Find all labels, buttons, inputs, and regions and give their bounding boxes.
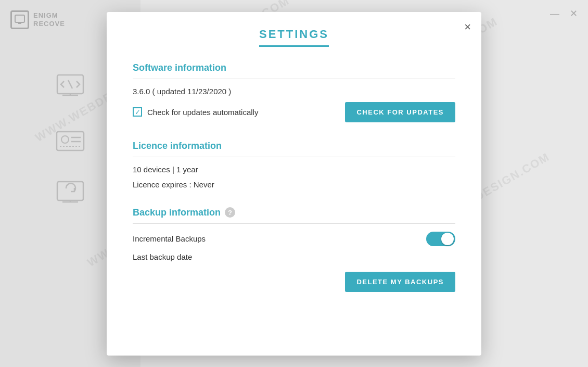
backup-help-icon[interactable]: ? [225,207,235,218]
licence-expires: Licence expires : Never [133,180,455,189]
toggle-knob [441,233,454,245]
app-window: WWW.WEBDESIGN.COM WWW.WEBDESIGN.COM WWW.… [0,0,588,367]
delete-backups-button[interactable]: DELETE MY BACKUPS [345,272,455,292]
software-section: Software information 3.6.0 ( updated 11/… [133,62,455,122]
backup-title-row: Backup information ? [133,207,455,218]
incremental-backup-label: Incremental Backups [133,234,206,243]
auto-update-checkbox[interactable]: ✓ [133,107,142,117]
auto-update-label: Check for updates automatically [147,108,258,117]
licence-section: Licence information 10 devices | 1 year … [133,141,455,189]
backup-section-title: Backup information [133,207,221,218]
software-version: 3.6.0 ( updated 11/23/2020 ) [133,87,455,96]
auto-update-checkbox-row[interactable]: ✓ Check for updates automatically [133,107,258,117]
checkbox-check-icon: ✓ [135,109,140,116]
check-updates-button[interactable]: CHECK FOR UPDATES [345,102,455,122]
modal-title: SETTINGS [259,28,329,47]
incremental-backup-row: Incremental Backups [133,232,455,246]
backup-section: Backup information ? Incremental Backups… [133,207,455,292]
modal-header: SETTINGS [133,12,455,62]
modal-overlay: × SETTINGS Software information 3.6.0 ( … [0,0,588,367]
last-backup-label: Last backup date [133,252,455,261]
software-section-row: ✓ Check for updates automatically CHECK … [133,102,455,122]
licence-section-title: Licence information [133,141,455,157]
incremental-toggle[interactable] [426,232,455,246]
incremental-toggle-container [426,232,455,246]
settings-modal: × SETTINGS Software information 3.6.0 ( … [107,12,481,356]
modal-close-button[interactable]: × [464,21,471,33]
licence-devices: 10 devices | 1 year [133,165,455,174]
software-section-title: Software information [133,62,455,79]
